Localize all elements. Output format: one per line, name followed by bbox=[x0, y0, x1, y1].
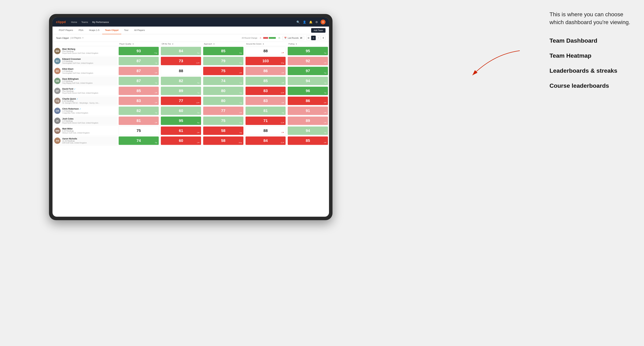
score-box: 88 bbox=[161, 67, 201, 75]
nav-teams[interactable]: Teams bbox=[82, 21, 88, 23]
option-team-heatmap[interactable]: Team Heatmap bbox=[550, 52, 634, 59]
edit-team-icon[interactable]: ✏ bbox=[82, 37, 84, 39]
view-grid-icon[interactable]: ⊞ bbox=[306, 36, 311, 40]
score-change: -3▼ bbox=[154, 92, 157, 94]
player-cell[interactable]: DB Dave Billingham 1-5 Handicap Gog Mago… bbox=[52, 76, 118, 86]
score-cell: 103 15▲ bbox=[244, 56, 287, 66]
score-value: 61 bbox=[179, 128, 183, 133]
score-value: 83 bbox=[136, 99, 141, 103]
search-icon[interactable]: 🔍 bbox=[296, 20, 300, 24]
nav-my-performance[interactable]: My Performance bbox=[92, 21, 109, 23]
player-info: Blair McHarg Plus Handicap Royal North D… bbox=[62, 48, 116, 54]
player-avatar: MM bbox=[54, 128, 60, 134]
col-header-putting[interactable]: Putting ▼ bbox=[287, 42, 329, 46]
subnav-tour[interactable]: Tour bbox=[121, 26, 131, 34]
score-value: 60 bbox=[179, 109, 183, 113]
score-change: -1▼ bbox=[197, 142, 200, 144]
nav-home[interactable]: Home bbox=[71, 21, 77, 23]
player-cell[interactable]: AN Aaron Nicholls 11-15 Handicap Drift G… bbox=[52, 136, 118, 146]
subnav-team-clippd[interactable]: Team Clippd bbox=[102, 26, 121, 34]
score-box: 60 -1▼ bbox=[161, 137, 201, 145]
option-team-dashboard[interactable]: Team Dashboard bbox=[550, 37, 634, 44]
col-header-approach[interactable]: Approach ▼ bbox=[202, 42, 244, 46]
col-header-quality[interactable]: Player Quality ▼ bbox=[118, 42, 160, 46]
player-info: Chris Robertson ✓ 1-5 Handicap Craigmill… bbox=[62, 108, 116, 114]
score-value: 74 bbox=[221, 79, 226, 83]
score-box: 82 4▲ bbox=[161, 77, 201, 85]
player-name: Blair McHarg bbox=[62, 48, 116, 50]
table-row: EE Elliot Ebert 1-5 Handicap Sunningdale… bbox=[52, 66, 329, 76]
player-cell[interactable]: CR Chris Robertson ✓ 1-5 Handicap Craigm… bbox=[52, 106, 118, 116]
col-header-tee[interactable]: Off the Tee ▼ bbox=[160, 42, 202, 46]
subnav-hcaps[interactable]: Hcaps 1-5 bbox=[86, 26, 102, 34]
score-box: 87 1▲ bbox=[119, 57, 159, 65]
brand-logo[interactable]: clippd bbox=[56, 20, 66, 24]
player-cell[interactable]: EC Edward Crossman 1-5 Handicap Sunningd… bbox=[52, 56, 118, 66]
score-change: 1▲ bbox=[155, 62, 157, 64]
player-info: Aaron Nicholls 11-15 Handicap Drift Golf… bbox=[62, 138, 116, 144]
score-change: -10▼ bbox=[280, 92, 284, 94]
score-box: 84 6▲ bbox=[161, 47, 201, 55]
score-value: 89 bbox=[306, 119, 310, 123]
score-box: 75 -3▼ bbox=[203, 67, 244, 75]
score-value: 83 bbox=[264, 99, 268, 103]
score-value: 77 bbox=[221, 109, 226, 113]
score-value: 86 bbox=[306, 99, 310, 103]
player-name: David Ford ✓ bbox=[62, 88, 116, 90]
table-row: DF David Ford ✓ Plus Handicap Royal Nort… bbox=[52, 86, 329, 96]
subnav-pga[interactable]: PGA bbox=[76, 26, 86, 34]
option-course-leaderboards[interactable]: Course leaderboards bbox=[550, 82, 634, 89]
score-cell: 58 10▲ bbox=[202, 136, 244, 146]
score-value: 87 bbox=[136, 69, 141, 73]
score-box: 86 -8▼ bbox=[288, 97, 328, 105]
score-cell: 75 2▲ bbox=[202, 116, 244, 126]
score-change: 3▲ bbox=[324, 132, 326, 134]
player-info: Josh Coles 1-5 Handicap Royal North Devo… bbox=[62, 118, 116, 124]
player-cell[interactable]: MM Matt Miller 6-10 Handicap Woburn Golf… bbox=[52, 126, 118, 136]
score-value: 77 bbox=[179, 99, 183, 103]
last-rounds-button[interactable]: 📅 Last Rounds: 20 bbox=[282, 36, 304, 40]
score-box: 74 8▲ bbox=[119, 137, 159, 145]
score-box: 81 -3▼ bbox=[119, 117, 159, 125]
player-name: Edward Crossman bbox=[62, 58, 116, 60]
score-box: 86 -6▼ bbox=[246, 67, 286, 75]
settings-icon[interactable]: ⚙ bbox=[315, 20, 318, 24]
score-change: 4▲ bbox=[240, 132, 242, 134]
subnav-all-players[interactable]: All Players bbox=[131, 26, 148, 34]
annotation-intro-text: This is where you can choose which dashb… bbox=[550, 10, 634, 26]
score-value: 58 bbox=[221, 128, 226, 133]
view-download-icon[interactable]: ⬇ bbox=[321, 36, 326, 40]
option-leaderboards[interactable]: Leaderboards & streaks bbox=[550, 67, 634, 74]
score-change: -2▼ bbox=[324, 122, 326, 124]
player-avatar: CQ bbox=[54, 98, 60, 104]
player-cell[interactable]: JC Josh Coles 1-5 Handicap Royal North D… bbox=[52, 116, 118, 126]
add-team-button[interactable]: Add Team bbox=[311, 28, 326, 33]
score-value: 95 bbox=[306, 49, 310, 53]
view-list-icon[interactable]: ≡ bbox=[311, 36, 316, 40]
user-icon[interactable]: 👤 bbox=[303, 20, 306, 24]
score-box: 81 4▲ bbox=[246, 107, 286, 115]
bell-icon[interactable]: 🔔 bbox=[309, 20, 312, 24]
player-cell[interactable]: EE Elliot Ebert 1-5 Handicap Sunningdale… bbox=[52, 66, 118, 76]
score-value: 74 bbox=[136, 138, 141, 143]
score-value: 84 bbox=[264, 138, 268, 143]
score-box: 58 10▲ bbox=[203, 137, 244, 145]
table-row: EC Edward Crossman 1-5 Handicap Sunningd… bbox=[52, 56, 329, 66]
score-change: -6▼ bbox=[281, 102, 284, 104]
user-avatar[interactable]: U bbox=[320, 19, 326, 24]
score-value: 91 bbox=[306, 109, 310, 113]
annotation-area: This is where you can choose which dashb… bbox=[550, 10, 634, 97]
score-cell: 86 -6▼ bbox=[244, 66, 287, 76]
player-cell[interactable]: CQ Charlie Quick ✓ 6-10 Handicap St. Geo… bbox=[52, 96, 118, 106]
player-name: Chris Robertson ✓ bbox=[62, 108, 116, 110]
subnav-pgat-players[interactable]: PGAT Players bbox=[56, 26, 76, 34]
player-cell[interactable]: BM Blair McHarg Plus Handicap Royal Nort… bbox=[52, 46, 118, 56]
player-cell[interactable]: DF David Ford ✓ Plus Handicap Royal Nort… bbox=[52, 86, 118, 96]
subnav-items: PGAT Players PGA Hcaps 1-5 Team Clippd T… bbox=[56, 26, 311, 34]
view-chart-icon[interactable]: ↑ bbox=[316, 36, 320, 40]
score-change: 4▲ bbox=[155, 82, 157, 84]
col-header-green[interactable]: Around the Green ▼ bbox=[244, 42, 287, 46]
score-cell: 80 1▲ bbox=[202, 96, 244, 106]
score-box: 89 -2▼ bbox=[288, 117, 328, 125]
score-change: 8▲ bbox=[197, 122, 200, 124]
